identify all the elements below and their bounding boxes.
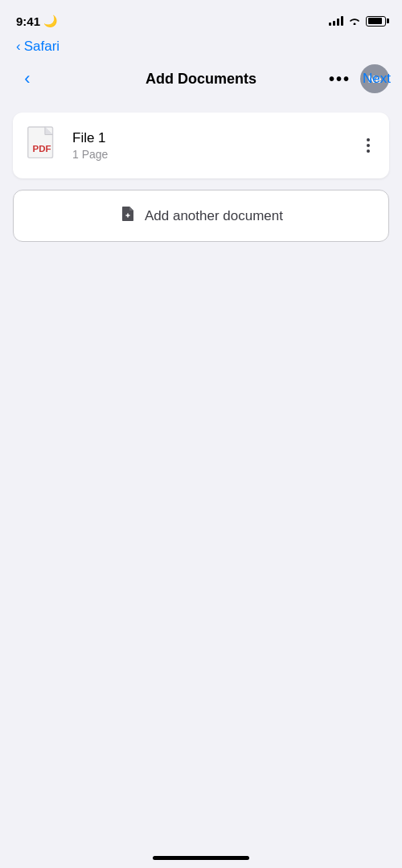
moon-icon: 🌙 xyxy=(43,14,57,27)
status-icons xyxy=(329,15,386,27)
file-name: File 1 xyxy=(72,130,108,146)
safari-back-chevron: ‹ xyxy=(16,39,21,55)
file-more-button[interactable] xyxy=(360,135,376,156)
add-document-label: Add another document xyxy=(145,208,283,224)
signal-icon xyxy=(329,16,343,26)
nav-right-actions: ••• Ne Next xyxy=(329,64,389,93)
nav-title: Add Documents xyxy=(146,71,256,88)
nav-bar: ‹ Add Documents ••• Ne Next xyxy=(0,58,402,103)
file-info: PDF File 1 1 Page xyxy=(26,125,108,166)
svg-text:PDF: PDF xyxy=(33,144,51,154)
status-time: 9:41 🌙 xyxy=(16,14,57,28)
next-button[interactable]: Next xyxy=(363,71,391,87)
safari-back[interactable]: ‹ Safari xyxy=(0,35,402,58)
status-bar: 9:41 🌙 xyxy=(0,0,402,35)
add-document-icon xyxy=(119,205,137,227)
battery-icon xyxy=(366,16,386,27)
content-area: PDF File 1 1 Page Add another document xyxy=(0,103,402,252)
add-document-button[interactable]: Add another document xyxy=(13,190,389,242)
nav-back-chevron: ‹ xyxy=(24,68,30,89)
pdf-icon: PDF xyxy=(26,125,61,166)
file-card: PDF File 1 1 Page xyxy=(13,113,389,178)
more-button[interactable]: ••• xyxy=(329,70,351,88)
file-pages: 1 Page xyxy=(72,148,108,161)
wifi-icon xyxy=(348,15,361,27)
nav-back-button[interactable]: ‹ xyxy=(13,64,42,93)
home-indicator xyxy=(153,856,249,860)
safari-label: Safari xyxy=(24,39,59,55)
file-text: File 1 1 Page xyxy=(72,130,108,161)
